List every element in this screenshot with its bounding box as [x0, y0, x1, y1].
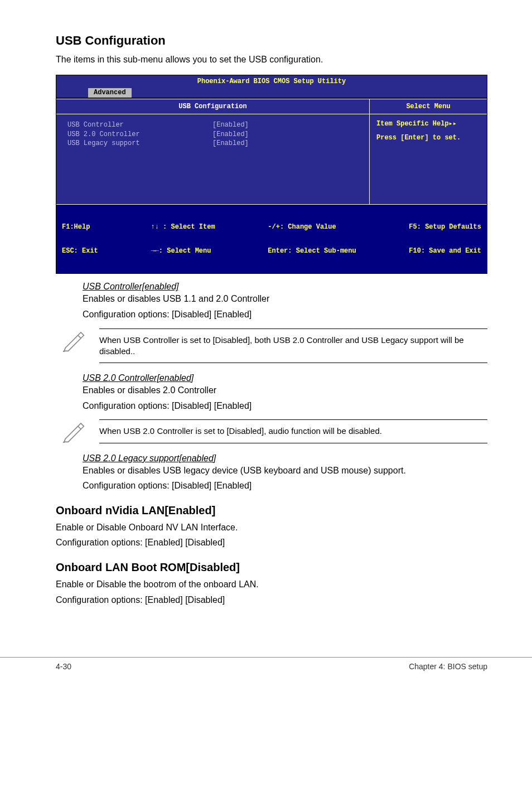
usb-controller-heading: USB Controller[enabled]	[83, 282, 487, 292]
bios-change-value: -/+: Change Value	[268, 223, 356, 231]
legacy-heading: USB 2.0 Legacy support[enabled]	[83, 453, 487, 463]
section-lead: The items in this sub-menu allows you to…	[56, 55, 487, 65]
bios-f5: F5: Setup Defaults	[409, 223, 481, 231]
bios-item-label: USB 2.0 Controller	[67, 131, 212, 138]
note-text: When USB 2.0 Controller is set to [Disab…	[99, 419, 487, 443]
usb20-heading: USB 2.0 Controller[enabled]	[83, 373, 487, 383]
note-block: When USB 2.0 Controller is set to [Disab…	[61, 419, 487, 443]
bios-f10: F10: Save and Exit	[409, 247, 481, 255]
bios-title: Phoenix-Award BIOS CMOS Setup Utility	[56, 75, 487, 86]
pencil-icon	[61, 328, 85, 352]
page-number: 4-30	[56, 662, 71, 671]
bios-help-line2: Press [Enter] to set.	[376, 134, 480, 142]
section-heading: USB Configuration	[56, 33, 487, 48]
bios-side-title: Select Menu	[370, 99, 487, 114]
lan-heading: Onboard nVidia LAN[Enabled]	[56, 504, 487, 517]
note-text: When USB Controller is set to [Disabled]…	[99, 328, 487, 364]
bios-row[interactable]: USB Legacy support [Enabled]	[67, 139, 358, 147]
bios-esc: ESC: Exit	[62, 247, 98, 255]
usb20-desc1: Enables or disables 2.0 Controller	[83, 384, 487, 397]
bios-tab-advanced[interactable]: Advanced	[87, 87, 133, 97]
bios-row[interactable]: USB Controller [Enabled]	[67, 121, 358, 129]
pencil-icon	[61, 419, 85, 443]
usb-controller-desc2: Configuration options: [Disabled] [Enabl…	[83, 308, 487, 321]
chapter-label: Chapter 4: BIOS setup	[409, 662, 487, 671]
bootrom-heading: Onboard LAN Boot ROM[Disabled]	[56, 561, 487, 574]
usb-controller-desc1: Enables or disables USB 1.1 and 2.0 Cont…	[83, 293, 487, 305]
bios-footer: F1:Help ESC: Exit ↑↓ : Select Item →←: S…	[56, 204, 487, 273]
bios-select-submenu: Enter: Select Sub-menu	[268, 247, 356, 255]
bios-row[interactable]: USB 2.0 Controller [Enabled]	[67, 131, 358, 138]
bios-select-item: ↑↓ : Select Item	[151, 223, 215, 231]
note-block: When USB Controller is set to [Disabled]…	[61, 328, 487, 364]
bios-item-label: USB Legacy support	[67, 139, 212, 147]
usb20-desc2: Configuration options: [Disabled] [Enabl…	[83, 400, 487, 412]
bios-item-value: [Enabled]	[212, 139, 249, 147]
bootrom-desc1: Enable or Disable the bootrom of the onb…	[56, 578, 487, 591]
bios-item-label: USB Controller	[67, 121, 212, 129]
bios-tabbar: Advanced	[56, 86, 487, 98]
lan-desc2: Configuration options: [Enabled] [Disabl…	[56, 537, 487, 549]
bios-panel: Phoenix-Award BIOS CMOS Setup Utility Ad…	[56, 75, 487, 274]
bios-f1: F1:Help	[62, 223, 98, 231]
bios-item-value: [Enabled]	[212, 121, 249, 129]
bios-panel-title: USB Configuration	[56, 99, 369, 114]
lan-desc1: Enable or Disable Onboard NV LAN Interfa…	[56, 521, 487, 534]
bios-item-value: [Enabled]	[212, 131, 249, 138]
bootrom-desc2: Configuration options: [Enabled] [Disabl…	[56, 594, 487, 606]
bios-select-menu: →←: Select Menu	[151, 247, 215, 255]
legacy-desc2: Configuration options: [Disabled] [Enabl…	[83, 480, 487, 492]
legacy-desc1: Enables or disables USB legacy device (U…	[83, 465, 487, 477]
bios-help-line1: Item Specific Help▸▸	[376, 120, 480, 128]
